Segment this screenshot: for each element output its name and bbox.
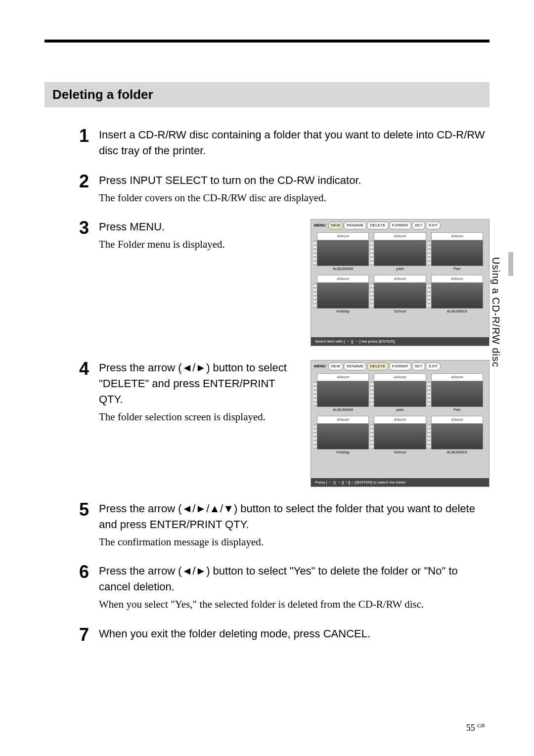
album-thumb: AlbumSchool <box>374 416 426 455</box>
folder-menu-screenshot-1: MENU NEW RENAME DELETE FORMAT SET EXIT A… <box>311 219 490 346</box>
tab-new: NEW <box>328 362 344 370</box>
album-thumb: AlbumPari <box>431 232 483 272</box>
screenshot-menu: MENU NEW RENAME DELETE FORMAT SET EXIT <box>311 360 489 371</box>
album-thumb: AlbumHoliday <box>317 416 369 455</box>
screenshot-footer: Select item with [ ← ][ → ] the press [E… <box>311 337 489 346</box>
steps-list: 1 Insert a CD-R/RW disc containing a fol… <box>79 127 490 644</box>
step-2-main: Press INPUT SELECT to turn on the CD-RW … <box>99 173 490 188</box>
top-rule <box>44 40 490 43</box>
tab-delete: DELETE <box>367 222 388 229</box>
page-number: 55 GB <box>466 722 485 733</box>
side-tab-text: Using a CD-R/RW disc <box>490 257 501 367</box>
tab-set: SET <box>412 222 426 229</box>
tab-rename: RENAME <box>344 222 366 229</box>
step-5: 5 Press the arrow (◄/►/▲/▼) button to se… <box>79 501 490 549</box>
tab-format: FORMAT <box>389 222 411 229</box>
page-number-suffix: GB <box>477 722 485 728</box>
tab-delete: DELETE <box>367 362 388 370</box>
step-4-sub: The folder selection screen is displayed… <box>99 409 301 424</box>
step-5-sub: The confirmation message is displayed. <box>99 534 490 549</box>
tab-exit: EXIT <box>426 362 441 370</box>
step-3: 3 Press MENU. The Folder menu is display… <box>79 219 490 346</box>
album-thumb: AlbumPari <box>431 373 483 413</box>
step-7-main: When you exit the folder deleting mode, … <box>99 626 490 642</box>
folder-menu-screenshot-2: MENU NEW RENAME DELETE FORMAT SET EXIT A… <box>311 360 490 487</box>
screenshot-menu: MENU NEW RENAME DELETE FORMAT SET EXIT <box>311 220 489 230</box>
step-4-main: Press the arrow (◄/►) button to select "… <box>99 360 301 407</box>
step-6-main: Press the arrow (◄/►) button to select "… <box>99 563 490 595</box>
step-3-sub: The Folder menu is displayed. <box>99 237 301 252</box>
tab-rename: RENAME <box>344 362 366 370</box>
step-number: 7 <box>79 626 99 644</box>
screenshot-footer: Press [ ← ][ → ][ ↑ ][ ↓ ]/[ENTER] to se… <box>311 478 489 487</box>
menu-label: MENU <box>314 222 326 228</box>
tab-new: NEW <box>328 222 344 229</box>
step-2: 2 Press INPUT SELECT to turn on the CD-R… <box>79 173 490 205</box>
step-7: 7 When you exit the folder deleting mode… <box>79 626 490 644</box>
step-1-main: Insert a CD-R/RW disc containing a folde… <box>99 127 490 159</box>
side-tab-mark <box>508 252 513 276</box>
step-number: 2 <box>79 173 99 190</box>
album-thumb: AlbumALBUM008 <box>317 232 369 272</box>
step-number: 6 <box>79 563 99 581</box>
step-number: 5 <box>79 501 99 519</box>
album-thumb: AlbumALBUM019 <box>431 275 483 314</box>
tab-set: SET <box>412 362 426 370</box>
step-3-main: Press MENU. <box>99 219 301 235</box>
menu-label: MENU <box>314 363 326 369</box>
step-number: 3 <box>79 219 99 237</box>
step-1: 1 Insert a CD-R/RW disc containing a fol… <box>79 127 490 159</box>
manual-page: Deleting a folder 1 Insert a CD-R/RW dis… <box>0 0 534 756</box>
step-5-main: Press the arrow (◄/►/▲/▼) button to sele… <box>99 501 490 533</box>
step-number: 4 <box>79 360 99 378</box>
album-thumb: Albumpark <box>374 373 426 413</box>
album-grid: AlbumALBUM008 Albumpark AlbumPari AlbumH… <box>311 371 489 456</box>
album-thumb: AlbumALBUM008 <box>317 373 369 413</box>
album-thumb: AlbumALBUM019 <box>431 416 483 455</box>
tab-exit: EXIT <box>426 222 441 229</box>
tab-format: FORMAT <box>389 362 411 370</box>
section-title: Deleting a folder <box>44 82 490 107</box>
album-thumb: AlbumSchool <box>374 275 426 314</box>
album-thumb: Albumpark <box>374 232 426 272</box>
step-number: 1 <box>79 127 99 145</box>
step-4: 4 Press the arrow (◄/►) button to select… <box>79 360 490 487</box>
page-number-value: 55 <box>466 723 475 733</box>
step-2-sub: The folder covers on the CD-R/RW disc ar… <box>99 190 490 205</box>
step-6: 6 Press the arrow (◄/►) button to select… <box>79 563 490 612</box>
album-grid: AlbumALBUM008 Albumpark AlbumPari AlbumH… <box>311 230 489 315</box>
step-6-sub: When you select "Yes," the selected fold… <box>99 597 490 612</box>
side-tab: Using a CD-R/RW disc <box>490 257 501 396</box>
album-thumb: AlbumHoliday <box>317 275 369 314</box>
